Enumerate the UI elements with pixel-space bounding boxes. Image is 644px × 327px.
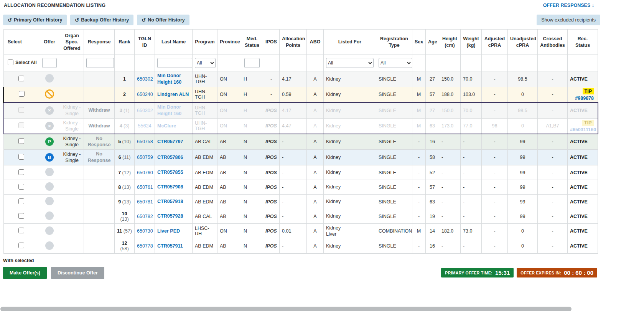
select-all: Select All xyxy=(8,59,37,65)
unadjusted-cpra-cell: 99 xyxy=(508,134,538,150)
response-text: No Response xyxy=(88,151,111,163)
recipient-name-link[interactable]: CTR057911 xyxy=(157,243,183,249)
recipient-name-link[interactable]: Min Donor Height 160 xyxy=(157,73,181,85)
tgln-id-link[interactable]: 650730 xyxy=(137,228,153,234)
table-cell: Withdraw xyxy=(84,118,115,134)
table-cell: CTR057908 xyxy=(155,180,193,195)
select-all-checkbox[interactable] xyxy=(8,59,13,65)
row-select-checkbox[interactable] xyxy=(19,91,25,97)
response-filter-input[interactable] xyxy=(86,58,114,68)
recipient-name-link[interactable]: CTR057908 xyxy=(157,184,183,190)
row-select-checkbox[interactable] xyxy=(18,213,24,219)
ipos-cell: IPOS xyxy=(263,224,280,239)
history-icon: ↺ xyxy=(142,18,146,23)
row-select-checkbox[interactable] xyxy=(18,184,24,190)
offer-withdrawn-icon: ✕ xyxy=(45,122,54,130)
table-cell xyxy=(84,87,115,102)
rank-cell: 5 (10) xyxy=(115,134,135,150)
table-cell xyxy=(84,71,115,87)
table-cell xyxy=(241,55,263,71)
tgln-id-link[interactable]: 650240 xyxy=(137,92,153,97)
make-offer-button[interactable]: Make Offer(s) xyxy=(3,267,47,279)
tip-link[interactable]: #989878 xyxy=(575,96,594,101)
recipient-name-link[interactable]: McClure xyxy=(157,123,176,129)
unadjusted-cpra-cell: 98.5 xyxy=(508,102,538,118)
table-cell: ✕ xyxy=(39,118,60,134)
discontinue-offer-button[interactable]: Discontinue Offer xyxy=(51,267,104,279)
tgln-id-link[interactable]: 650758 xyxy=(137,139,153,144)
table-cell xyxy=(217,55,241,71)
rec-status-cell: ACTIVE xyxy=(568,165,598,180)
registration-type-filter-select[interactable]: All xyxy=(379,58,412,68)
primary-offer-history-button[interactable]: ↺ Primary Offer History xyxy=(3,15,67,25)
no-offer-history-button[interactable]: ↺ No Offer History xyxy=(137,15,189,25)
table-cell: CTR057855 xyxy=(155,165,193,180)
recipient-name-link[interactable]: CTR057855 xyxy=(157,170,183,175)
row-select-checkbox[interactable] xyxy=(18,169,24,175)
recipient-name-link[interactable]: Min Donor Height 160 xyxy=(157,104,181,116)
row-select-checkbox[interactable] xyxy=(18,243,24,248)
offer-filter-input[interactable] xyxy=(42,58,57,68)
row-select-checkbox[interactable] xyxy=(18,138,24,144)
table-cell xyxy=(39,71,60,87)
table-cell xyxy=(4,102,39,118)
allocation-points-cell: 0.59 xyxy=(280,87,307,102)
row-select-checkbox[interactable] xyxy=(18,228,24,233)
tgln-id-link[interactable]: 650302 xyxy=(137,76,153,82)
age-cell: 16 xyxy=(426,134,439,150)
row-select-checkbox[interactable] xyxy=(18,154,24,160)
table-cell xyxy=(4,224,39,239)
med-status-cell: N xyxy=(241,239,263,253)
ipos-cell: IPOS xyxy=(263,102,280,118)
listed-for-filter-select[interactable]: All xyxy=(326,58,374,68)
horizontal-scrollbar-thumb[interactable] xyxy=(0,307,572,311)
row-select-checkbox[interactable] xyxy=(18,76,24,81)
organ-spec-offered: Kidney - Single xyxy=(63,136,81,147)
recipient-name-link[interactable]: CTR057797 xyxy=(157,139,183,144)
tip-link[interactable]: #650311160 xyxy=(570,127,596,132)
unadjusted-cpra-cell: 0 xyxy=(508,118,538,134)
offer-responses-link[interactable]: OFFER RESPONSES ↓ xyxy=(543,3,594,8)
table-cell xyxy=(307,55,324,71)
recipient-name-link[interactable]: CTR057806 xyxy=(157,155,183,160)
table-cell: ✕ xyxy=(39,102,60,118)
age-cell: 63 xyxy=(426,118,439,134)
program-filter-select[interactable]: All xyxy=(195,58,216,68)
ipos-cell: IPOS xyxy=(263,165,280,180)
table-cell: 650302 xyxy=(135,71,155,87)
weight-cell: 103.0 xyxy=(461,87,482,102)
med-status-cell: N xyxy=(241,209,263,224)
table-cell xyxy=(439,55,461,71)
recipient-name-link[interactable]: CTR057918 xyxy=(157,199,183,204)
tgln-id-link[interactable]: 650759 xyxy=(137,155,153,160)
tgln-id-link[interactable]: 650782 xyxy=(137,214,153,219)
recipient-name-link[interactable]: Lindgren ALN xyxy=(157,92,189,97)
tgln-id-link[interactable]: 650760 xyxy=(137,170,153,175)
last-name-filter-input[interactable] xyxy=(157,58,193,68)
age-cell: 57 xyxy=(426,180,439,195)
primary-offer-time-label: PRIMARY OFFER TIME: xyxy=(445,271,492,275)
rec-status: ACTIVE xyxy=(570,185,588,190)
abo-cell: A xyxy=(307,239,324,253)
allocation-points-cell: 4.17 xyxy=(280,102,307,118)
show-excluded-recipients-button[interactable]: Show excluded recipients xyxy=(537,15,600,25)
backup-offer-history-button[interactable]: ↺ Backup Offer History xyxy=(70,15,133,25)
table-cell xyxy=(60,239,84,253)
ipos-cell: IPOS xyxy=(263,118,280,134)
table-cell: No Response xyxy=(84,150,115,165)
tgln-id-link[interactable]: 650781 xyxy=(137,199,153,205)
tgln-id-link[interactable]: 650761 xyxy=(137,185,153,190)
recipient-row: 2650240Lindgren ALNUHN-TGHONH-0.59AKidne… xyxy=(4,87,598,102)
med-status-filter-input[interactable] xyxy=(244,58,260,68)
tgln-id-link[interactable]: 650778 xyxy=(137,243,153,249)
recipient-name-link[interactable]: CTR057928 xyxy=(157,213,183,219)
recipient-name-link[interactable]: Liver PED xyxy=(157,228,180,234)
row-select-checkbox[interactable] xyxy=(18,198,24,204)
table-cell xyxy=(84,239,115,253)
recipient-row: 12 (58)650778CTR057911AB EDMABNIPOS-AKid… xyxy=(4,239,598,253)
tgln-id-link[interactable]: 55624 xyxy=(138,123,152,129)
abo-cell: A xyxy=(307,134,324,150)
tgln-id-link[interactable]: 650302 xyxy=(137,108,153,113)
age-cell: 63 xyxy=(426,195,439,209)
weight-cell: 70.0 xyxy=(461,71,482,87)
